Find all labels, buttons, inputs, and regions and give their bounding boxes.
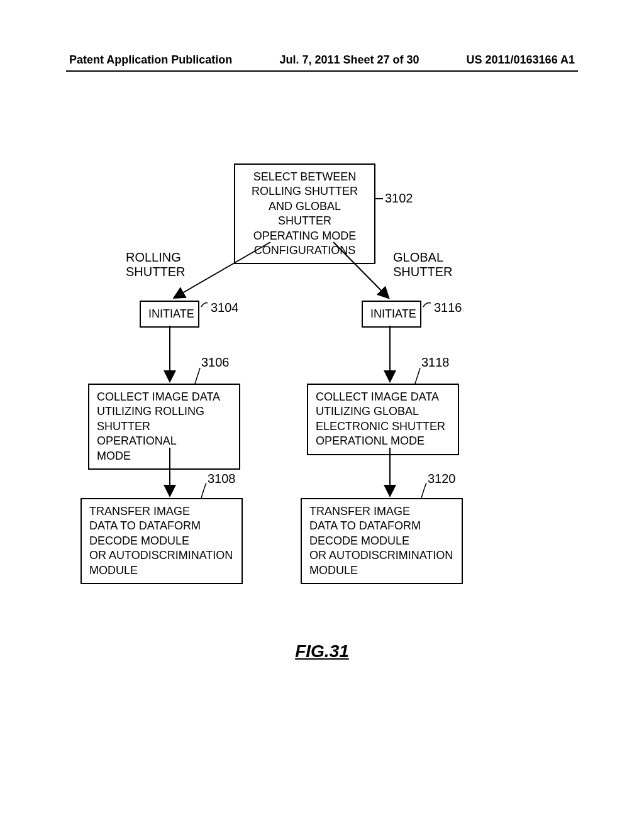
- header-divider: [66, 70, 578, 72]
- svg-line-2: [333, 242, 388, 297]
- header-right: US 2011/0163166 A1: [467, 53, 575, 67]
- header-left: Patent Application Publication: [69, 53, 232, 67]
- header-center: Jul. 7, 2011 Sheet 27 of 30: [279, 53, 419, 67]
- svg-line-1: [175, 242, 270, 297]
- figure-label: FIG.31: [295, 641, 349, 661]
- arrows-svg: [0, 163, 644, 604]
